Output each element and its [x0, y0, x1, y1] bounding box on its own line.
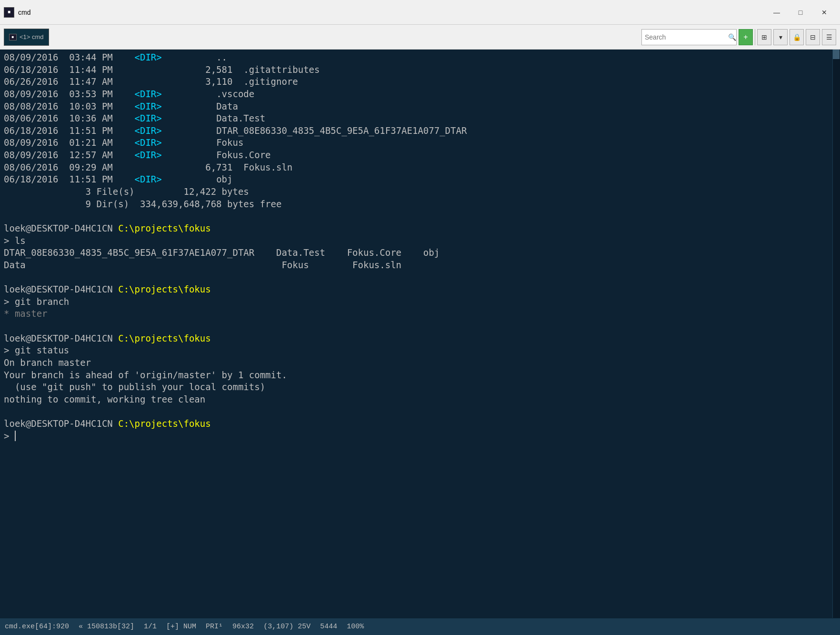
status-keys: [+] NUM — [166, 623, 196, 631]
title-bar: ■ cmd — □ ✕ — [0, 0, 840, 25]
terminal-output: 08/09/2016 03:44 PM <DIR> .. 06/18/2016 … — [4, 51, 836, 443]
grid-button[interactable]: ⊟ — [806, 29, 820, 45]
search-icon-btn[interactable]: 🔍 — [728, 33, 736, 41]
lock-button[interactable]: 🔒 — [790, 29, 804, 45]
status-size: 96x32 — [232, 623, 254, 631]
chevron-button[interactable]: ▾ — [773, 29, 788, 45]
search-area: 🔍 + ⊞ ▾ 🔒 ⊟ ☰ — [641, 29, 836, 45]
tab-bar: ■ <1> cmd 🔍 + ⊞ ▾ 🔒 ⊟ ☰ — [0, 25, 840, 50]
menu-button[interactable]: ☰ — [822, 29, 836, 45]
status-coords: (3,107) 25V — [263, 623, 310, 631]
add-button[interactable]: + — [739, 29, 753, 45]
search-input[interactable] — [645, 33, 728, 41]
status-position: 1/1 — [144, 623, 157, 631]
status-version: « 150813b[32] — [79, 623, 134, 631]
view-button[interactable]: ⊞ — [757, 29, 771, 45]
status-number: 5444 — [320, 623, 337, 631]
maximize-button[interactable]: □ — [789, 5, 812, 20]
window-controls: — □ ✕ — [765, 5, 836, 20]
scrollbar[interactable] — [832, 50, 840, 618]
tab-icon: ■ — [9, 34, 17, 40]
title-bar-left: ■ cmd — [4, 7, 30, 18]
close-button[interactable]: ✕ — [812, 5, 836, 20]
status-exe: cmd.exe[64]:920 — [5, 623, 69, 631]
search-box: 🔍 — [641, 29, 737, 45]
tab-item-cmd[interactable]: ■ <1> cmd — [4, 29, 49, 46]
tab-label: <1> cmd — [20, 33, 44, 40]
toolbar-separator — [755, 29, 755, 45]
terminal-area[interactable]: 08/09/2016 03:44 PM <DIR> .. 06/18/2016 … — [0, 50, 840, 618]
status-bar: cmd.exe[64]:920 « 150813b[32] 1/1 [+] NU… — [0, 618, 840, 635]
status-zoom: 100% — [347, 623, 364, 631]
minimize-button[interactable]: — — [765, 5, 789, 20]
status-mode: PRI¹ — [206, 623, 223, 631]
app-icon: ■ — [4, 7, 14, 18]
window-title: cmd — [18, 9, 30, 16]
scrollbar-thumb[interactable] — [833, 50, 840, 59]
